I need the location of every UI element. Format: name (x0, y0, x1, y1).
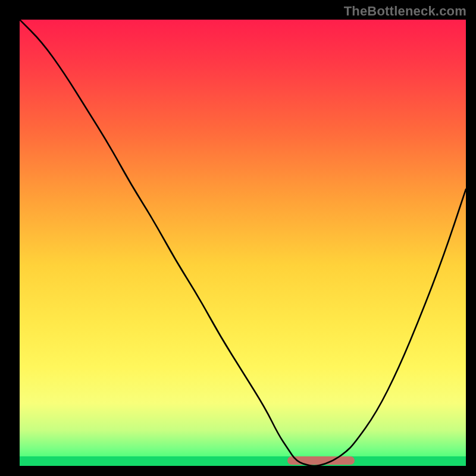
plot-area (20, 20, 466, 466)
bottleneck-curve (20, 20, 466, 466)
attribution-label: TheBottleneck.com (344, 4, 466, 19)
frame-background: TheBottleneck.com (0, 0, 476, 476)
